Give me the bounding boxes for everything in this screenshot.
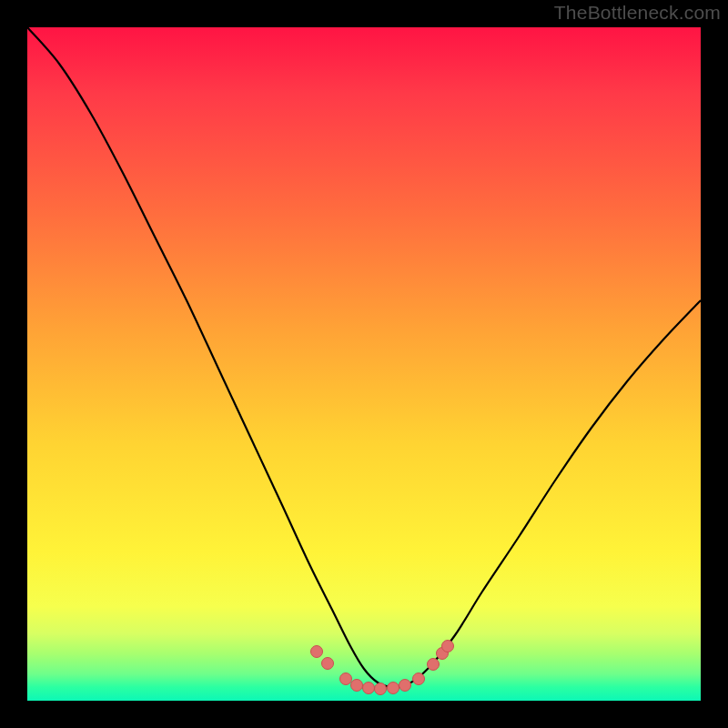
- marker-dot: [428, 659, 440, 671]
- marker-dot: [442, 641, 454, 652]
- marker-dot: [322, 658, 334, 670]
- marker-dot: [311, 646, 323, 658]
- bottleneck-curve: [27, 27, 701, 687]
- marker-dot: [399, 680, 411, 692]
- plot-area: [27, 27, 701, 701]
- marker-dot: [375, 683, 387, 695]
- highlight-markers: [311, 641, 454, 695]
- curve-svg: [27, 27, 701, 701]
- chart-frame: TheBottleneck.com: [0, 0, 728, 728]
- marker-dot: [388, 682, 399, 694]
- marker-dot: [363, 682, 375, 694]
- marker-dot: [413, 673, 425, 685]
- marker-dot: [340, 673, 352, 685]
- marker-dot: [351, 680, 363, 692]
- watermark-text: TheBottleneck.com: [554, 2, 721, 24]
